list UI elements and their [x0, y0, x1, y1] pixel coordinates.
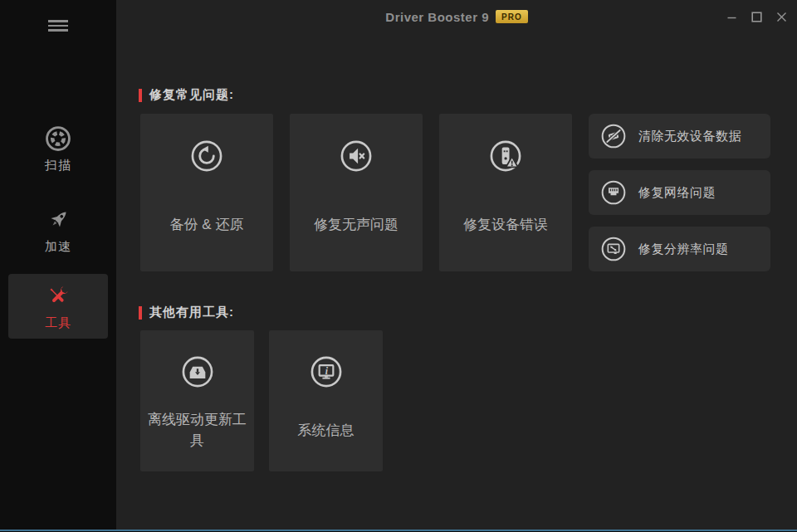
sidebar-item-scan[interactable]: 扫描	[8, 116, 108, 181]
card-label: 修复网络问题	[638, 185, 716, 201]
card-label: 修复无声问题	[295, 201, 418, 247]
sidebar-item-label: 加速	[45, 239, 71, 255]
red-accent-bar	[139, 306, 142, 320]
card-fix-network[interactable]: 修复网络问题	[589, 170, 770, 215]
card-backup-restore[interactable]: 备份 & 还原	[140, 114, 273, 271]
main-content: 修复常见问题: 备份 & 还原 修复无声问题 修复设备错误 清除无效设备数据 修…	[116, 0, 797, 530]
card-fix-resolution[interactable]: 修复分辨率问题	[589, 227, 770, 271]
backup-restore-icon	[190, 139, 223, 173]
sidebar-item-label: 扫描	[45, 158, 71, 173]
card-fix-device-error[interactable]: 修复设备错误	[439, 114, 572, 271]
tools-icon	[44, 282, 72, 310]
card-label: 修复设备错误	[444, 201, 567, 247]
sidebar-nav: 扫描 加速 工具	[0, 0, 116, 530]
side-card-column: 清除无效设备数据 修复网络问题 修复分辨率问题	[589, 114, 770, 271]
other-tools-card-row: 离线驱动更新工具 i系统信息	[140, 330, 383, 471]
card-label: 离线驱动更新工具	[145, 403, 249, 456]
app-window: 扫描 加速 工具 Driver Booster 9 PRO 修复常见问题: 备份…	[0, 0, 797, 532]
offline-driver-updater-icon	[181, 355, 214, 388]
network-port-icon	[600, 179, 627, 206]
card-label: 备份 & 还原	[145, 201, 268, 247]
card-system-info[interactable]: i系统信息	[269, 330, 383, 471]
device-error-icon	[489, 139, 522, 173]
scan-icon	[44, 124, 72, 153]
clean-device-data-icon	[600, 123, 627, 149]
system-info-icon: i	[310, 355, 343, 388]
card-clean-device-data[interactable]: 清除无效设备数据	[589, 114, 770, 159]
sidebar-item-label: 工具	[45, 315, 71, 331]
common-problems-card-row: 备份 & 还原 修复无声问题 修复设备错误	[140, 114, 572, 271]
sidebar-item-tools[interactable]: 工具	[8, 274, 108, 339]
rocket-icon	[44, 206, 72, 234]
card-label: 系统信息	[274, 403, 378, 456]
section-header-other-tools: 其他有用工具:	[139, 305, 234, 320]
section-header-common-problems: 修复常见问题:	[139, 87, 234, 103]
red-accent-bar	[139, 89, 142, 102]
muted-speaker-icon	[340, 139, 373, 173]
sidebar-item-boost[interactable]: 加速	[8, 198, 108, 262]
card-fix-no-sound[interactable]: 修复无声问题	[290, 114, 423, 271]
card-label: 修复分辨率问题	[638, 242, 729, 257]
card-label: 清除无效设备数据	[638, 129, 741, 144]
sidebar: 扫描 加速 工具	[0, 0, 116, 530]
card-offline-driver-updater[interactable]: 离线驱动更新工具	[140, 330, 254, 471]
resolution-icon	[600, 236, 627, 262]
